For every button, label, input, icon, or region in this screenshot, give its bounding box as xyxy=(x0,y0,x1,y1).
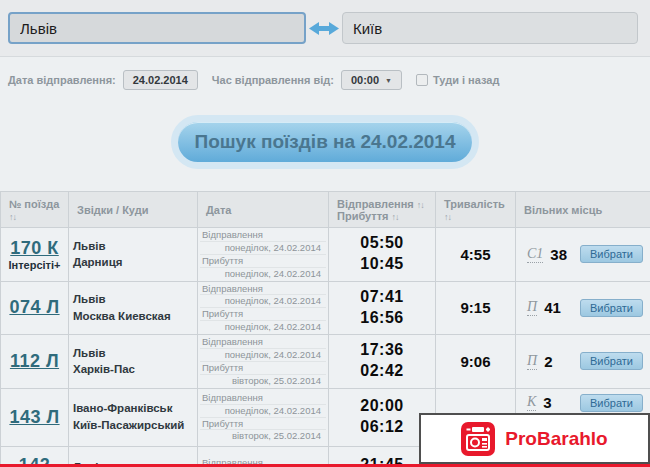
chevron-down-icon: ▼ xyxy=(385,77,392,84)
train-number-link[interactable]: 074 Л xyxy=(7,297,62,318)
arrival-time: 10:45 xyxy=(335,254,429,275)
departure-label: Відправлення xyxy=(200,392,326,405)
seat-class[interactable]: П xyxy=(527,299,537,316)
departure-time: 07:41 xyxy=(335,287,429,308)
search-button-row: Пошук поїздів на 24.02.2014 xyxy=(0,115,650,169)
route-to: Москва Киевская xyxy=(73,308,191,325)
time-select[interactable]: 00:00 ▼ xyxy=(341,70,402,90)
sort-icon: ↑↓ xyxy=(9,212,16,222)
arrival-date: вівторок, 25.02.2014 xyxy=(200,430,326,442)
route-from: Львів xyxy=(73,238,191,255)
roundtrip-checkbox[interactable] xyxy=(416,74,428,86)
header-train-number[interactable]: № поїзда ↑↓ xyxy=(1,192,69,228)
route-to: Дарниця xyxy=(73,254,191,271)
sort-icon: ↑↓ xyxy=(417,200,424,210)
departure-label: Відправлення xyxy=(200,283,326,296)
train-number-link[interactable]: 170 К xyxy=(7,238,62,259)
train-number-link[interactable]: 112 Л xyxy=(7,351,62,372)
search-trains-button[interactable]: Пошук поїздів на 24.02.2014 xyxy=(171,115,478,169)
table-header-row: № поїзда ↑↓ Звідки / Куди Дата Відправле… xyxy=(1,192,650,228)
seat-count: 2 xyxy=(544,353,552,370)
departure-date: понеділок, 24.02.2014 xyxy=(200,295,326,308)
to-station-input[interactable] xyxy=(342,12,638,44)
departure-time: 17:36 xyxy=(335,340,429,361)
header-route: Звідки / Куди xyxy=(69,192,198,228)
select-seat-button[interactable]: Вибрати xyxy=(580,245,643,263)
select-seat-button[interactable]: Вибрати xyxy=(580,299,643,317)
arrival-date: вівторок, 25.02.2014 xyxy=(200,375,326,387)
arrival-label: Прибуття xyxy=(200,308,326,321)
seat-line: П 41 Вибрати xyxy=(516,294,650,322)
header-departure-arrival[interactable]: Відправлення ↑↓ Прибуття ↑↓ xyxy=(329,192,436,228)
date-label: Дата відправлення: xyxy=(8,74,116,86)
duration-value: 9:15 xyxy=(436,281,516,335)
departure-label: Відправлення xyxy=(200,336,326,349)
seat-count: 3 xyxy=(543,394,551,411)
header-date: Дата xyxy=(198,192,329,228)
arrival-time: 02:42 xyxy=(335,361,429,382)
arrival-label: Прибуття xyxy=(200,255,326,268)
departure-time: 05:50 xyxy=(335,233,429,254)
table-row: 074 Л Львів Москва Киевская Відправлення… xyxy=(1,281,650,335)
camera-logo-icon xyxy=(461,422,495,456)
roundtrip-label: Туди і назад xyxy=(433,74,499,86)
departure-time: 20:00 xyxy=(335,396,429,417)
duration-value: 4:55 xyxy=(436,228,516,282)
sort-icon: ↑↓ xyxy=(444,212,451,222)
route-from: Львів xyxy=(73,345,191,362)
seat-class[interactable]: П xyxy=(527,353,537,370)
from-station-input[interactable] xyxy=(8,12,306,44)
header-seats: Вільних місць xyxy=(516,192,650,228)
table-row: 170 К Інтерсіті+ Львів Дарниця Відправле… xyxy=(1,228,650,282)
route-to: Київ-Пасажирський xyxy=(73,417,191,434)
search-bar xyxy=(0,0,650,57)
seat-class[interactable]: К xyxy=(527,394,536,411)
table-row: 112 Л Львів Харків-Пас Відправлення поне… xyxy=(1,335,650,389)
swap-stations-button[interactable] xyxy=(306,21,342,36)
sort-icon: ↑↓ xyxy=(392,212,399,222)
seat-line: П 2 Вибрати xyxy=(516,347,650,375)
arrival-date: понеділок, 24.02.2014 xyxy=(200,321,326,333)
select-seat-button[interactable]: Вибрати xyxy=(580,394,643,412)
select-seat-button[interactable]: Вибрати xyxy=(580,352,643,370)
seat-count: 41 xyxy=(544,299,561,316)
watermark-box: ProBarahlo xyxy=(419,413,650,464)
arrival-label: Прибуття xyxy=(200,362,326,375)
departure-label: Відправлення xyxy=(200,229,326,242)
filter-bar: Дата відправлення: 24.02.2014 Час відпра… xyxy=(0,57,650,99)
train-category: Інтерсіті+ xyxy=(7,259,62,271)
departure-date: понеділок, 24.02.2014 xyxy=(200,405,326,418)
arrival-time: 06:12 xyxy=(335,417,429,438)
arrival-time: 16:56 xyxy=(335,308,429,329)
route-to: Харків-Пас xyxy=(73,361,191,378)
departure-date: понеділок, 24.02.2014 xyxy=(200,242,326,255)
duration-value: 9:06 xyxy=(436,335,516,389)
arrival-date: понеділок, 24.02.2014 xyxy=(200,268,326,280)
seat-count: 38 xyxy=(550,246,567,263)
departure-date: понеділок, 24.02.2014 xyxy=(200,349,326,362)
time-label: Час відправлення від: xyxy=(212,74,334,86)
swap-arrows-icon xyxy=(309,21,339,36)
watermark-label: ProBarahlo xyxy=(505,428,607,450)
time-select-value: 00:00 xyxy=(351,74,379,86)
header-duration[interactable]: Тривалість ↑↓ xyxy=(436,192,516,228)
arrival-label: Прибуття xyxy=(200,418,326,431)
seat-line: С1 38 Вибрати xyxy=(516,240,650,268)
date-field[interactable]: 24.02.2014 xyxy=(123,70,198,90)
route-from: Львів xyxy=(73,291,191,308)
route-from: Івано-Франківськ xyxy=(73,400,191,417)
seat-class[interactable]: С1 xyxy=(527,246,543,263)
train-number-link[interactable]: 143 Л xyxy=(7,407,62,428)
